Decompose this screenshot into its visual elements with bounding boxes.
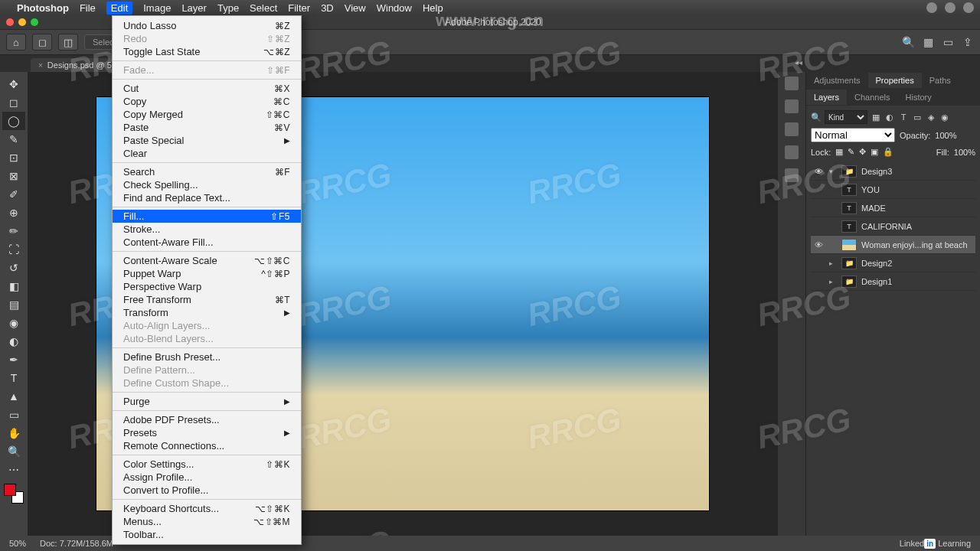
layer-name[interactable]: Design2: [861, 259, 974, 268]
foreground-color-swatch[interactable]: [4, 484, 16, 496]
home-icon[interactable]: ⌂: [6, 34, 26, 51]
menu-item[interactable]: Cut⌘X: [113, 82, 301, 95]
search-icon[interactable]: 🔍: [902, 36, 914, 48]
shape-tool-icon[interactable]: ▭: [2, 406, 25, 424]
layer-name[interactable]: YOU: [861, 185, 974, 194]
layer-row[interactable]: TYOU: [811, 181, 975, 199]
layer-name[interactable]: Design1: [861, 277, 974, 286]
edit-toolbar-icon[interactable]: ⋯: [2, 461, 25, 479]
layer-row[interactable]: 👁▾📁Design3: [811, 162, 975, 181]
panel-tab-adjustments[interactable]: Adjustments: [806, 73, 868, 88]
menu-item[interactable]: Content-Aware Scale⌥⇧⌘C: [113, 254, 301, 267]
adjustments-panel-icon[interactable]: [785, 145, 799, 159]
panel-tab-layers[interactable]: Layers: [806, 90, 847, 105]
menu-item[interactable]: Paste Special▶: [113, 134, 301, 147]
menu-item[interactable]: Presets▶: [113, 426, 301, 439]
menu-item[interactable]: Search⌘F: [113, 165, 301, 178]
menu-item[interactable]: Stroke...: [113, 223, 301, 236]
color-swatches[interactable]: [4, 484, 24, 504]
type-tool-icon[interactable]: T: [2, 369, 25, 387]
panel-tab-properties[interactable]: Properties: [868, 73, 922, 88]
panel-collapse-icon[interactable]: ◂◂: [795, 58, 802, 67]
menu-item[interactable]: Color Settings...⇧⌘K: [113, 458, 301, 471]
menu-item[interactable]: Purge▶: [113, 395, 301, 408]
menu-select[interactable]: Select: [250, 2, 277, 14]
menu-item[interactable]: Copy Merged⇧⌘C: [113, 108, 301, 121]
zoom-tool-icon[interactable]: 🔍: [2, 442, 25, 461]
swatches-panel-icon[interactable]: [785, 99, 799, 113]
menu-item[interactable]: Clear: [113, 147, 301, 160]
quick-select-tool-icon[interactable]: ✎: [2, 130, 25, 148]
menu-image[interactable]: Image: [143, 2, 171, 14]
settings-icon[interactable]: [963, 2, 974, 13]
eyedropper-tool-icon[interactable]: ✐: [2, 185, 25, 204]
menu-item[interactable]: Define Brush Preset...: [113, 350, 301, 364]
hand-tool-icon[interactable]: ✋: [2, 424, 25, 442]
menu-item[interactable]: Puppet Warp^⇧⌘P: [113, 267, 301, 280]
zoom-window-icon[interactable]: [31, 18, 38, 26]
layer-name[interactable]: MADE: [861, 204, 974, 213]
filter-toggle-icon[interactable]: ◉: [939, 112, 950, 122]
marquee-tool-icon[interactable]: ◻: [2, 93, 25, 112]
crop-tool-icon[interactable]: ⊡: [2, 148, 25, 167]
layer-row[interactable]: 👁Woman enjoyi...ing at beach: [811, 236, 975, 254]
brush-tool-icon[interactable]: ✏: [2, 222, 25, 240]
expand-icon[interactable]: ▾: [829, 168, 837, 175]
search-icon[interactable]: 🔍: [811, 112, 822, 122]
history-brush-tool-icon[interactable]: ↺: [2, 259, 25, 277]
menu-item[interactable]: Content-Aware Fill...: [113, 236, 301, 249]
menu-item[interactable]: Toggle Last State⌥⌘Z: [113, 45, 301, 58]
filter-type-icon[interactable]: T: [898, 112, 909, 122]
menu-item[interactable]: Transform▶: [113, 306, 301, 319]
layer-row[interactable]: TMADE: [811, 199, 975, 217]
workspace-icon[interactable]: ▦: [922, 36, 934, 48]
filter-adjust-icon[interactable]: ◐: [884, 112, 895, 122]
panel-tab-paths[interactable]: Paths: [922, 73, 959, 88]
minimize-window-icon[interactable]: [18, 18, 26, 26]
filter-pixel-icon[interactable]: ▦: [871, 112, 881, 122]
layer-row[interactable]: ▸📁Design1: [811, 272, 975, 291]
lock-position-icon[interactable]: ✥: [859, 147, 866, 157]
share-icon[interactable]: ⇪: [962, 36, 974, 48]
panel-tab-channels[interactable]: Channels: [847, 90, 897, 105]
lasso-tool-icon[interactable]: ◯: [2, 112, 25, 130]
lock-all-icon[interactable]: 🔒: [883, 147, 893, 157]
eraser-tool-icon[interactable]: ◧: [2, 277, 25, 295]
menu-item[interactable]: Keyboard Shortcuts...⌥⇧⌘K: [113, 502, 301, 515]
lock-artboard-icon[interactable]: ▣: [871, 147, 878, 157]
menu-item[interactable]: Fill...⇧F5: [113, 210, 301, 223]
visibility-toggle-icon[interactable]: 👁: [812, 240, 825, 249]
path-select-tool-icon[interactable]: ▲: [2, 387, 25, 406]
visibility-toggle-icon[interactable]: 👁: [812, 167, 825, 176]
menu-item[interactable]: Copy⌘C: [113, 95, 301, 108]
menu-file[interactable]: File: [80, 2, 96, 14]
menu-window[interactable]: Window: [377, 2, 412, 14]
lock-transparency-icon[interactable]: ▦: [835, 147, 843, 157]
user-icon[interactable]: [945, 2, 956, 13]
menu-item[interactable]: Toolbar...: [113, 528, 301, 541]
pen-tool-icon[interactable]: ✒: [2, 350, 25, 369]
menu-item[interactable]: Check Spelling...: [113, 178, 301, 191]
blur-tool-icon[interactable]: ◉: [2, 314, 25, 332]
layer-name[interactable]: CALIFORNIA: [861, 222, 974, 231]
menu-layer[interactable]: Layer: [181, 2, 207, 14]
selection-new-icon[interactable]: ◻: [32, 34, 52, 51]
color-panel-icon[interactable]: [785, 77, 799, 90]
menu-item[interactable]: Free Transform⌘T: [113, 293, 301, 306]
menu-item[interactable]: Convert to Profile...: [113, 484, 301, 497]
close-tab-icon[interactable]: ×: [38, 61, 43, 70]
opacity-value[interactable]: 100%: [935, 131, 956, 140]
menu-item[interactable]: Menus...⌥⇧⌘M: [113, 515, 301, 528]
menu-3d[interactable]: 3D: [321, 2, 334, 14]
expand-icon[interactable]: ▸: [829, 259, 837, 267]
libraries-panel-icon[interactable]: [785, 122, 799, 136]
move-tool-icon[interactable]: ✥: [2, 75, 25, 93]
blend-mode-select[interactable]: Normal: [811, 128, 895, 142]
app-name[interactable]: Photoshop: [17, 2, 69, 14]
cloud-icon[interactable]: [926, 2, 937, 13]
menu-item[interactable]: Undo Lasso⌘Z: [113, 19, 301, 32]
styles-panel-icon[interactable]: [785, 168, 799, 182]
menu-item[interactable]: Remote Connections...: [113, 439, 301, 452]
filter-shape-icon[interactable]: ▭: [912, 112, 923, 122]
menu-item[interactable]: Find and Replace Text...: [113, 191, 301, 204]
